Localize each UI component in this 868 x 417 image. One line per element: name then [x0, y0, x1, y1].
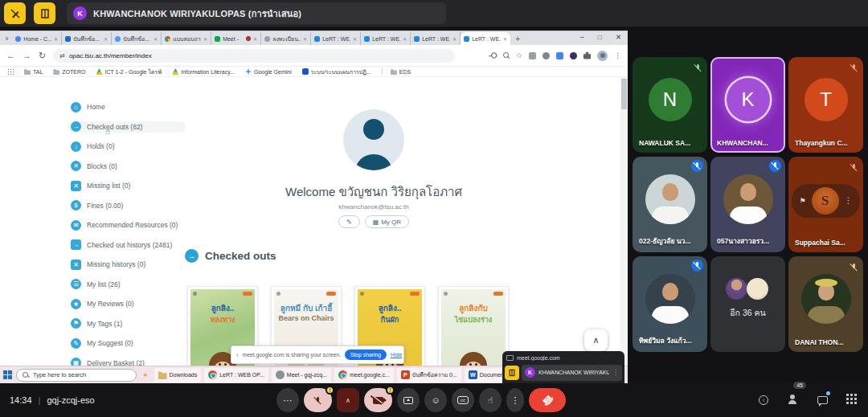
bookmark-item[interactable]: ICT 1-2 - Google ไดรฟ์ [96, 67, 162, 76]
address-bar[interactable]: ⇄ opac.tsu.ac.th/member/index [53, 49, 455, 63]
browser-menu-icon[interactable]: ⋮ [614, 51, 621, 59]
more-options-button[interactable]: ⋮ [506, 388, 524, 412]
mini-presenter-pill[interactable]: K KHWANCHANOK WIRIYAKU... ⋮ [522, 365, 622, 381]
participant-tile[interactable]: 057นางสาวอรว... [710, 157, 785, 252]
mini-tile-options-icon[interactable]: ⋮ [612, 369, 619, 376]
extension-icon[interactable] [529, 52, 536, 59]
taskbar-app-button[interactable]: meet.google.c... [334, 368, 394, 382]
browser-tab[interactable]: LeRT : WE... ✕ [461, 32, 510, 45]
browser-tab[interactable]: แบบสอบถาม... ✕ [162, 32, 211, 45]
participant-tile[interactable]: N NAWALUK SA... [633, 57, 707, 153]
cortana-sparkle-icon[interactable]: ✦ [142, 371, 149, 379]
browser-tab[interactable]: บันทึกข้อ... ✕ [62, 32, 112, 45]
people-button[interactable]: 45 [787, 393, 799, 407]
edit-profile-button[interactable]: ✎ [338, 215, 360, 228]
browser-tab[interactable]: LeRT : WE... ✕ [361, 32, 411, 45]
sidebar-item[interactable]: ★ My Reviews (0) [68, 298, 186, 309]
browser-tab[interactable]: บันทึกข้อ... ✕ [112, 32, 162, 45]
browser-tab[interactable]: ลงทะเบียน... ✕ [261, 32, 311, 45]
tile-options-icon[interactable]: ⋮ [845, 196, 853, 205]
tab-close-icon[interactable]: ✕ [303, 36, 307, 42]
reload-button[interactable]: ↻ [39, 51, 46, 61]
hide-banner-link[interactable]: Hide [391, 352, 402, 358]
reactions-button[interactable]: ☺ [424, 388, 447, 412]
browser-tab[interactable]: Meet - ✕ [211, 32, 261, 45]
forward-button[interactable]: → [23, 51, 31, 60]
participant-tile[interactable]: ทิพย์วิมล วังแก้ว... [633, 256, 707, 352]
present-button[interactable] [397, 388, 420, 412]
book-card[interactable]: ลูกลิงกับ ไข่แปลงร่าง [438, 286, 509, 366]
participant-tile[interactable]: อีก 36 คน [710, 256, 785, 352]
sidebar-item[interactable]: ▣ Delivery Basket (2) [68, 358, 186, 366]
tab-close-icon[interactable]: ✕ [54, 36, 58, 42]
presenter-pill[interactable]: K KHWANCHANOK WIRIYAKULOPAS (การนำเสนอ) [67, 2, 446, 24]
extension-icon[interactable] [542, 52, 550, 59]
sidebar-item[interactable]: ✕ Missing historys (0) [68, 259, 186, 270]
sidebar-item[interactable]: ⚑ My Tags (1) [68, 318, 186, 329]
scrollbar-thumb[interactable] [621, 79, 627, 109]
minimize-button[interactable]: – [580, 33, 584, 41]
taskbar-app-button[interactable]: P บันทึกข้อความ 0... [397, 368, 461, 382]
door-exit-icon[interactable] [505, 366, 519, 380]
browser-tab[interactable]: Home - C... ✕ [12, 32, 62, 45]
windows-start-button[interactable] [3, 370, 12, 379]
tab-close-icon[interactable]: ✕ [203, 36, 207, 42]
microphone-button[interactable]: ! [304, 388, 332, 412]
site-settings-icon[interactable]: ⇄ [59, 52, 65, 59]
browser-tab[interactable]: LeRT : WE... ✕ [411, 32, 461, 45]
close-button[interactable]: ✕ [616, 33, 621, 41]
tab-close-icon[interactable]: ✕ [503, 36, 507, 42]
password-key-icon[interactable] [489, 51, 497, 59]
tab-close-icon[interactable]: ✕ [403, 36, 407, 42]
captions-button[interactable]: cc [452, 388, 474, 412]
stop-sharing-button[interactable]: Stop sharing [345, 350, 387, 360]
meeting-details-button[interactable]: i [759, 395, 768, 405]
participant-tile[interactable]: DANAI THON... [788, 256, 863, 352]
end-call-button[interactable]: ☎ [529, 388, 566, 412]
tab-close-icon[interactable]: ✕ [154, 36, 158, 42]
taskbar-app-button[interactable]: Downloads [154, 368, 202, 382]
participants-overflow[interactable]: อีก 36 คน [710, 256, 785, 352]
sidebar-item[interactable]: ☰ My list (26) [68, 279, 186, 290]
door-exit-icon[interactable] [34, 2, 55, 24]
taskbar-app-button[interactable]: LeRT : WEB OP... [204, 368, 268, 382]
bookmark-item[interactable]: ZOTERO [53, 68, 85, 75]
chat-button[interactable] [817, 393, 828, 407]
bookmark-item[interactable]: Google Gemini [245, 68, 292, 75]
maximize-button[interactable]: □ [598, 33, 602, 41]
apps-grid-icon[interactable] [7, 68, 14, 75]
scroll-to-top-button[interactable]: ∧ [584, 329, 608, 351]
zoom-icon[interactable] [503, 52, 510, 59]
back-button[interactable]: ← [6, 51, 15, 60]
bookmark-item[interactable]: TAL [24, 68, 43, 75]
browser-profile-avatar[interactable] [597, 51, 608, 61]
bookmark-star-icon[interactable]: ☆ [516, 51, 522, 59]
sidebar-item[interactable]: ✎ My Suggest (0) [68, 337, 186, 349]
participant-tile[interactable]: T Thayangkun C... [788, 57, 863, 153]
new-tab-button[interactable]: + [515, 35, 520, 43]
sidebar-item[interactable]: ✕ Blocks (0) [68, 161, 186, 172]
sidebar-item[interactable]: ⌂ Home [68, 101, 186, 112]
presentation-mini-tile[interactable]: meet.google.com K KHWANCHANOK WIRIYAKU..… [502, 351, 624, 383]
audio-settings-chevron[interactable]: ∧ [337, 388, 359, 412]
taskbar-app-button[interactable]: Meet - gqj-zcq... [272, 368, 331, 382]
participant-tile[interactable]: K KHWANCHAN... [710, 57, 785, 153]
tab-close-icon[interactable]: ✕ [353, 36, 357, 42]
sidebar-item[interactable]: → Checked out historys (2481) [68, 239, 186, 251]
tab-search-icon[interactable]: ∨ [5, 35, 9, 42]
camera-button[interactable]: ! [364, 388, 392, 412]
raise-hand-button[interactable]: ☝ [479, 388, 502, 412]
extension-icon[interactable] [570, 52, 577, 59]
my-qr-button[interactable]: ▦ My QR [365, 215, 409, 228]
extensions-puzzle-icon[interactable] [583, 52, 591, 59]
sidebar-item[interactable]: → Checked outs (82) [68, 121, 186, 133]
pen-disabled-icon[interactable] [4, 2, 26, 24]
taskbar-search-input[interactable]: Type here to search [16, 369, 137, 382]
bookmark-item[interactable]: EDS [382, 68, 411, 75]
tab-close-icon[interactable]: ✕ [104, 36, 108, 42]
more-audio-options-button[interactable]: ⋯ [276, 388, 299, 412]
activities-button[interactable] [846, 393, 857, 407]
bookmark-item[interactable]: ระบบ/ระบบแผนการปฏิ... [302, 67, 371, 76]
participant-tile[interactable]: ⚑ S ⋮ Suppachai Sa... [788, 157, 863, 252]
browser-tab[interactable]: LeRT : WE... ✕ [311, 32, 361, 45]
